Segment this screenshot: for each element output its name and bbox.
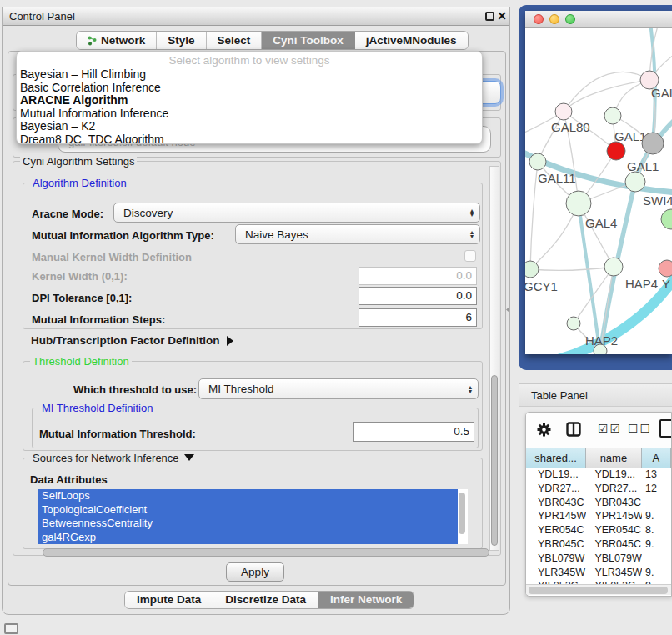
node-label-y: Y bbox=[662, 277, 670, 291]
table-cell: YDR27... bbox=[586, 482, 642, 496]
network-node-swi4[interactable] bbox=[625, 172, 645, 192]
network-node-gal11[interactable] bbox=[529, 153, 546, 170]
network-edge[interactable] bbox=[564, 72, 649, 112]
combo-stepper-icon: ▴▾ bbox=[470, 208, 474, 217]
algorithm-option-basic-correlation-inference[interactable]: Basic Correlation Inference bbox=[17, 82, 482, 95]
algorithm-option-aracne-algorithm[interactable]: ARACNE Algorithm bbox=[17, 94, 482, 108]
node-label-gal80: GAL80 bbox=[551, 120, 590, 134]
table-row[interactable]: YPR145WYPR145W9. bbox=[526, 509, 671, 523]
table-row[interactable]: YLR345WYLR345W9. bbox=[526, 566, 671, 580]
select-all-checkboxes-icon[interactable]: ☑☑ bbox=[598, 422, 622, 435]
table-row[interactable]: YDL19...YDL19...13 bbox=[526, 468, 671, 482]
mi-type-combobox[interactable]: Naive Bayes ▴▾ bbox=[235, 224, 480, 244]
tab-discretize-data[interactable]: Discretize Data bbox=[213, 592, 318, 608]
minimize-traffic-light-icon[interactable] bbox=[549, 14, 559, 24]
tab-network[interactable]: Network bbox=[77, 32, 157, 49]
kernel-width-field[interactable]: 0.0 bbox=[359, 267, 477, 285]
restore-panel-icon[interactable] bbox=[4, 623, 18, 634]
network-node-gal4[interactable] bbox=[566, 191, 591, 216]
attribute-item-gal4rgexp[interactable]: gal4RGexp bbox=[38, 531, 458, 545]
algorithm-option-dream8-dc-tdc-algorithm[interactable]: Dream8 DC_TDC Algorithm bbox=[17, 133, 482, 144]
network-node-y[interactable] bbox=[659, 260, 672, 277]
aracne-mode-combobox[interactable]: Discovery ▴▾ bbox=[113, 202, 480, 222]
float-window-icon[interactable] bbox=[485, 12, 494, 21]
mi-steps-label: Mutual Information Steps: bbox=[32, 313, 165, 326]
table-cell: 8. bbox=[642, 523, 671, 538]
table-row[interactable]: YER054CYER054C8. bbox=[526, 523, 671, 538]
algorithm-option-bayesian-k2[interactable]: Bayesian – K2 bbox=[17, 120, 482, 133]
table-row[interactable]: YBR045CYBR045C9. bbox=[526, 538, 671, 552]
attribute-item-betweennesscentrality[interactable]: BetweennessCentrality bbox=[38, 517, 458, 531]
network-node[interactable] bbox=[642, 132, 664, 154]
tab-label: Style bbox=[168, 34, 194, 47]
table-row[interactable]: YBR043CYBR043C bbox=[526, 496, 671, 510]
network-node[interactable] bbox=[594, 344, 607, 354]
attributes-scrollbar-thumb[interactable] bbox=[459, 492, 465, 534]
table-cell: YBR043C bbox=[586, 496, 642, 510]
mi-steps-field[interactable]: 6 bbox=[359, 308, 477, 327]
gear-icon[interactable] bbox=[536, 422, 552, 441]
attributes-scrollbar[interactable] bbox=[458, 491, 466, 542]
settings-scrollbar[interactable] bbox=[489, 166, 499, 551]
network-node-gal1[interactable] bbox=[607, 142, 625, 160]
network-node[interactable] bbox=[661, 209, 672, 229]
data-attributes-list[interactable]: SelfLoopsTopologicalCoefficientBetweenne… bbox=[38, 489, 468, 544]
column-header-shared[interactable]: shared... bbox=[526, 448, 586, 468]
table-cell: YBR045C bbox=[586, 538, 642, 552]
data-attributes-label: Data Attributes bbox=[30, 473, 108, 486]
table-row[interactable]: YDR27...YDR27...12 bbox=[526, 482, 671, 496]
attribute-item-selfloops[interactable]: SelfLoops bbox=[38, 489, 458, 503]
tab-jactivemnodules[interactable]: jActiveMNodules bbox=[355, 32, 468, 49]
table-cell: YBL079W bbox=[586, 552, 642, 566]
attribute-item-topologicalcoefficient[interactable]: TopologicalCoefficient bbox=[38, 503, 458, 518]
network-node-hap2[interactable] bbox=[567, 317, 580, 330]
network-node-gal10[interactable] bbox=[604, 108, 621, 124]
settings-scrollbar-thumb[interactable] bbox=[491, 375, 498, 546]
deselect-all-checkboxes-icon[interactable]: ☐☐ bbox=[628, 422, 652, 435]
kernel-width-label: Kernel Width (0,1): bbox=[32, 270, 128, 282]
columns-icon[interactable] bbox=[566, 422, 581, 440]
node-label-gcy1: GCY1 bbox=[525, 279, 558, 293]
mi-threshold-field[interactable]: 0.5 bbox=[353, 422, 474, 442]
table-hscrollbar-thumb[interactable] bbox=[529, 587, 668, 594]
table-hscrollbar[interactable] bbox=[526, 584, 672, 595]
network-node-gcy1[interactable] bbox=[525, 261, 539, 278]
cyni-algorithm-settings-title: Cyni Algorithm Settings bbox=[20, 155, 137, 168]
close-icon[interactable]: ✕ bbox=[497, 9, 507, 22]
close-traffic-light-icon[interactable] bbox=[534, 14, 544, 24]
tab-impute-data[interactable]: Impute Data bbox=[125, 592, 213, 608]
control-panel: Control Panel ✕ NetworkStyleSelectCyni T… bbox=[2, 7, 510, 615]
column-header-name[interactable]: name bbox=[586, 448, 642, 468]
algorithm-option-mutual-information-inference[interactable]: Mutual Information Inference bbox=[17, 108, 482, 121]
tab-cyni-toolbox[interactable]: Cyni Toolbox bbox=[262, 32, 355, 49]
zoom-traffic-light-icon[interactable] bbox=[565, 14, 575, 24]
network-edge[interactable] bbox=[530, 267, 614, 270]
hub-definition-expander[interactable]: Hub/Transcription Factor Definition bbox=[31, 334, 233, 347]
column-header-a[interactable]: A bbox=[642, 448, 671, 468]
table-row[interactable]: YBL079WYBL079W bbox=[526, 552, 671, 566]
manual-kernel-checkbox[interactable] bbox=[464, 250, 476, 262]
mi-threshold-group-title: MI Threshold Definition bbox=[39, 402, 155, 414]
document-icon[interactable] bbox=[659, 419, 672, 438]
apply-button[interactable]: Apply bbox=[226, 562, 284, 582]
network-node-gal80[interactable] bbox=[555, 103, 572, 120]
table-cell: YPR145W bbox=[526, 509, 586, 523]
which-threshold-combobox[interactable]: MI Threshold ▴▾ bbox=[198, 378, 479, 399]
table-cell: 9. bbox=[642, 566, 671, 580]
network-window-titlebar[interactable] bbox=[525, 11, 672, 28]
network-edge[interactable] bbox=[530, 162, 538, 269]
table-cell: YER054C bbox=[586, 523, 642, 538]
node-label-hap4: HAP4 bbox=[625, 277, 658, 291]
network-node-hap4[interactable] bbox=[604, 258, 623, 276]
dpi-tolerance-field[interactable]: 0.0 bbox=[359, 287, 477, 305]
tab-select[interactable]: Select bbox=[207, 32, 263, 49]
aracne-mode-label: Aracne Mode: bbox=[32, 208, 103, 220]
network-canvas[interactable]: GALGAL80GAL10GAL1GAL11SWI4GAL4GCY1HAP4YH… bbox=[525, 28, 672, 354]
algorithm-option-bayesian-hill-climbing[interactable]: Bayesian – Hill Climbing bbox=[17, 68, 482, 82]
tab-infer-network[interactable]: Infer Network bbox=[318, 592, 414, 608]
sources-group-title[interactable]: Sources for Network Inference bbox=[30, 452, 197, 464]
algorithm-dropdown-popup: Select algorithm to view settings Bayesi… bbox=[16, 51, 483, 144]
tab-style[interactable]: Style bbox=[157, 32, 206, 49]
settings-hscrollbar-thumb[interactable] bbox=[43, 548, 489, 557]
table-cell: YER054C bbox=[526, 523, 586, 538]
